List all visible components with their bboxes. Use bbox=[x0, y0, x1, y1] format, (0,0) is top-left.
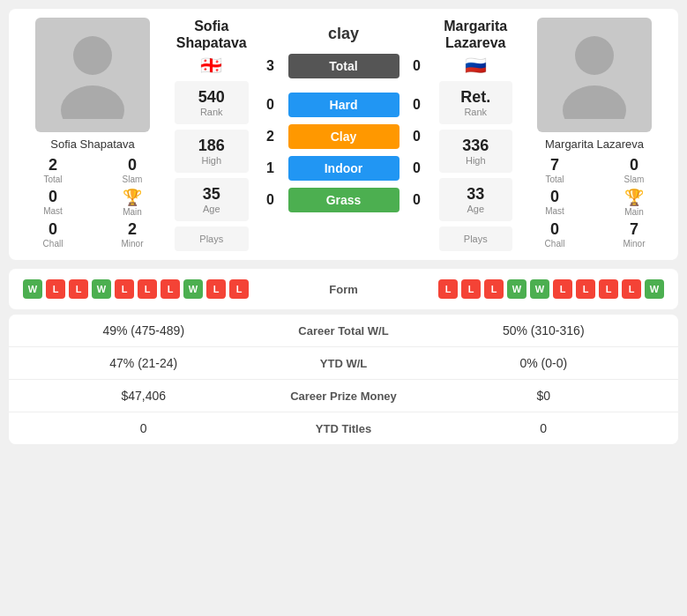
player2-flag: 🇷🇺 bbox=[465, 55, 487, 76]
player2-middle: Margarita Lazareva 🇷🇺 Ret. Rank 336 High… bbox=[432, 18, 520, 251]
career-total-row: 49% (475-489) Career Total W/L 50% (310-… bbox=[9, 315, 678, 347]
form-badge-p1: L bbox=[206, 279, 226, 299]
player1-total-value: 2 bbox=[49, 156, 57, 174]
player1-mast-cell: 0 Mast bbox=[18, 188, 88, 217]
player1-rank-label: Rank bbox=[192, 107, 231, 117]
player2-section: Margarita Lazareva 7 Total 0 Slam 0 Mast… bbox=[519, 18, 669, 251]
career-prize-p1: $47,406 bbox=[23, 389, 265, 403]
grass-badge: Grass bbox=[288, 188, 400, 212]
hard-badge: Hard bbox=[288, 93, 400, 117]
p1-total-score: 3 bbox=[260, 58, 281, 74]
ytd-wl-p1: 47% (21-24) bbox=[23, 356, 265, 370]
player1-minor-label: Minor bbox=[121, 239, 143, 249]
grass-row: 0 Grass 0 bbox=[260, 188, 428, 212]
player2-form-badges: LLLWWLLLLW bbox=[397, 279, 665, 299]
indoor-badge: Indoor bbox=[288, 156, 400, 181]
player1-age-value: 35 bbox=[192, 185, 231, 204]
form-badge-p2: W bbox=[530, 279, 549, 299]
ytd-wl-label: YTD W/L bbox=[265, 357, 423, 370]
form-card: WLLWLLLWLL Form LLLWWLLLLW bbox=[9, 269, 678, 309]
player1-full-name: Sofia Shapatava bbox=[175, 18, 249, 51]
form-label: Form bbox=[291, 283, 397, 296]
player1-high-value: 186 bbox=[192, 137, 231, 155]
player2-main-label: Main bbox=[624, 207, 644, 217]
player2-stats-grid: 7 Total 0 Slam 0 Mast 🏆 Main 0 Chall bbox=[519, 156, 669, 249]
player2-mast-value: 0 bbox=[550, 188, 559, 206]
career-total-p1: 49% (475-489) bbox=[23, 323, 265, 338]
player1-name: Sofia Shapatava bbox=[50, 137, 134, 151]
player2-age-box: 33 Age bbox=[439, 178, 513, 221]
trophy2-icon: 🏆 bbox=[624, 188, 644, 207]
p2-clay-score: 0 bbox=[407, 129, 428, 145]
form-badge-p1: L bbox=[138, 279, 157, 299]
ytd-titles-p1: 0 bbox=[23, 421, 265, 435]
p2-grass-score: 0 bbox=[407, 192, 428, 208]
form-badge-p1: L bbox=[69, 279, 88, 299]
form-badge-p2: L bbox=[484, 279, 504, 299]
career-prize-p2: $0 bbox=[423, 389, 665, 403]
player2-chall-value: 0 bbox=[550, 220, 559, 239]
form-badge-p1: L bbox=[161, 279, 180, 299]
player1-mast-label: Mast bbox=[43, 206, 63, 216]
player2-high-box: 336 High bbox=[439, 130, 513, 173]
hard-row: 0 Hard 0 bbox=[260, 93, 428, 117]
player1-mast-value: 0 bbox=[49, 188, 57, 206]
player1-middle: Sofia Shapatava 🇬🇪 540 Rank 186 High 35 … bbox=[168, 18, 256, 251]
p2-hard-score: 0 bbox=[407, 97, 428, 113]
surface-section: clay 3 Total 0 0 Hard 0 2 Clay 0 1 Indoo… bbox=[256, 18, 432, 251]
career-prize-row: $47,406 Career Prize Money $0 bbox=[9, 380, 678, 412]
player1-rank-value: 540 bbox=[192, 88, 231, 107]
player1-minor-cell: 2 Minor bbox=[97, 220, 168, 249]
player2-total-value: 7 bbox=[550, 156, 559, 174]
player2-plays-label: Plays bbox=[457, 234, 496, 244]
player2-rank-box: Ret. Rank bbox=[439, 81, 513, 124]
form-badge-p1: W bbox=[23, 279, 42, 299]
form-badge-p2: L bbox=[553, 279, 572, 299]
player2-name: Margarita Lazareva bbox=[545, 137, 644, 151]
player1-chall-value: 0 bbox=[49, 220, 57, 239]
player2-slam-value: 0 bbox=[630, 156, 638, 174]
ytd-wl-p2: 0% (0-0) bbox=[423, 356, 665, 370]
player1-section: Sofia Shapatava 2 Total 0 Slam 0 Mast 🏆 … bbox=[18, 18, 168, 251]
form-badge-p2: L bbox=[622, 279, 641, 299]
ytd-wl-row: 47% (21-24) YTD W/L 0% (0-0) bbox=[9, 347, 678, 380]
player1-chall-cell: 0 Chall bbox=[18, 220, 88, 249]
form-badge-p2: L bbox=[576, 279, 595, 299]
p1-indoor-score: 1 bbox=[260, 160, 281, 176]
player1-high-box: 186 High bbox=[175, 130, 249, 173]
player2-slam-label: Slam bbox=[624, 174, 645, 184]
player1-slam-value: 0 bbox=[128, 156, 137, 174]
player2-minor-value: 7 bbox=[630, 220, 638, 239]
total-badge: Total bbox=[288, 54, 400, 78]
p2-total-score: 0 bbox=[407, 58, 428, 74]
stats-table: 49% (475-489) Career Total W/L 50% (310-… bbox=[9, 315, 678, 444]
p1-clay-score: 2 bbox=[260, 129, 281, 145]
ytd-titles-row: 0 YTD Titles 0 bbox=[9, 412, 678, 444]
player1-age-label: Age bbox=[192, 204, 231, 214]
p1-grass-score: 0 bbox=[260, 192, 281, 208]
player2-age-label: Age bbox=[457, 204, 496, 214]
form-badge-p2: L bbox=[461, 279, 481, 299]
player2-mast-cell: 0 Mast bbox=[519, 188, 590, 217]
form-badge-p2: W bbox=[507, 279, 526, 299]
player2-main-cell: 🏆 Main bbox=[599, 188, 669, 217]
player1-age-box: 35 Age bbox=[175, 178, 249, 221]
form-badge-p2: L bbox=[599, 279, 618, 299]
player2-high-label: High bbox=[457, 155, 496, 166]
career-prize-label: Career Prize Money bbox=[265, 390, 423, 403]
player1-total-label: Total bbox=[43, 174, 62, 184]
p2-indoor-score: 0 bbox=[407, 160, 428, 176]
player1-flag: 🇬🇪 bbox=[200, 55, 222, 76]
player2-total-cell: 7 Total bbox=[519, 156, 590, 184]
player2-rank-label: Rank bbox=[457, 107, 496, 117]
player2-slam-cell: 0 Slam bbox=[599, 156, 669, 184]
player1-rank-box: 540 Rank bbox=[175, 81, 249, 124]
player2-total-label: Total bbox=[545, 174, 564, 184]
form-badge-p1: W bbox=[183, 279, 203, 299]
form-badge-p2: W bbox=[645, 279, 664, 299]
player2-minor-label: Minor bbox=[623, 239, 645, 249]
player1-avatar bbox=[35, 18, 150, 132]
player1-form-badges: WLLWLLLWLL bbox=[23, 279, 291, 299]
player2-high-value: 336 bbox=[457, 137, 496, 155]
player1-main-cell: 🏆 Main bbox=[97, 188, 168, 217]
